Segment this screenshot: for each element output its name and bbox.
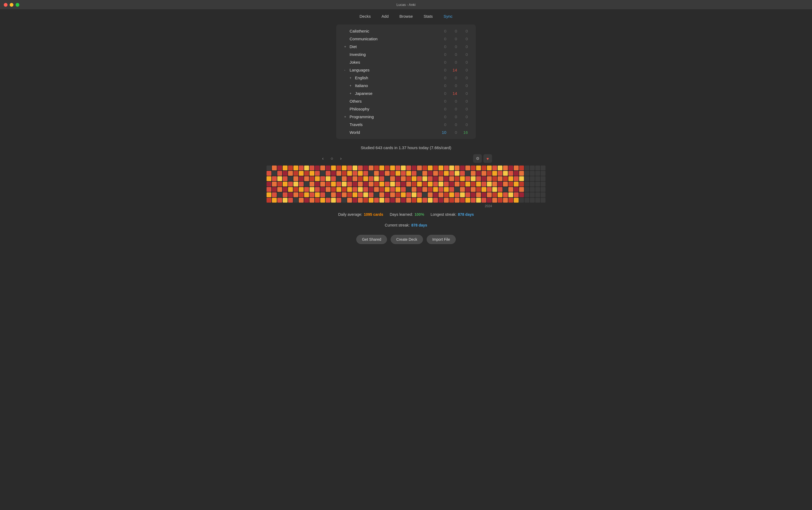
heatmap-cell[interactable] [304, 187, 309, 192]
heatmap-cell[interactable] [337, 187, 341, 192]
heatmap-cell[interactable] [482, 192, 486, 197]
heatmap-cell[interactable] [524, 176, 529, 181]
heatmap-cell[interactable] [315, 198, 320, 203]
heatmap-cell[interactable] [476, 182, 481, 187]
heatmap-cell[interactable] [352, 171, 357, 176]
heatmap-cell[interactable] [433, 176, 438, 181]
heatmap-cell[interactable] [444, 166, 449, 170]
heatmap-cell[interactable] [492, 182, 497, 187]
heatmap-cell[interactable] [455, 187, 460, 192]
heatmap-cell[interactable] [277, 182, 282, 187]
heatmap-cell[interactable] [530, 182, 535, 187]
heatmap-cell[interactable] [503, 198, 508, 203]
heatmap-cell[interactable] [385, 182, 389, 187]
heatmap-cell[interactable] [283, 182, 288, 187]
heatmap-cell[interactable] [277, 176, 282, 181]
heatmap-cell[interactable] [283, 192, 288, 197]
heatmap-cell[interactable] [514, 176, 519, 181]
heatmap-cell[interactable] [519, 182, 524, 187]
heatmap-cell[interactable] [299, 192, 303, 197]
heatmap-cell[interactable] [310, 171, 314, 176]
heatmap-cell[interactable] [266, 192, 271, 197]
heatmap-cell[interactable] [498, 171, 502, 176]
heatmap-cell[interactable] [342, 171, 347, 176]
heatmap-cell[interactable] [385, 171, 389, 176]
heatmap-cell[interactable] [498, 187, 502, 192]
heatmap-cell[interactable] [374, 176, 379, 181]
heatmap-cell[interactable] [541, 192, 546, 197]
heatmap-cell[interactable] [503, 176, 508, 181]
heatmap-cell[interactable] [535, 198, 540, 203]
heatmap-cell[interactable] [379, 182, 384, 187]
deck-row[interactable]: Philosophy 0 0 0 [336, 105, 476, 113]
heatmap-cell[interactable] [423, 176, 427, 181]
heatmap-filter-button[interactable]: ⚙ [473, 154, 482, 163]
heatmap-cell[interactable] [331, 192, 336, 197]
heatmap-next-button[interactable]: › [338, 155, 344, 162]
nav-decks[interactable]: Decks [355, 12, 376, 20]
heatmap-cell[interactable] [503, 187, 508, 192]
deck-row[interactable]: + English 0 0 0 [336, 74, 476, 82]
heatmap-cell[interactable] [423, 171, 427, 176]
get-shared-button[interactable]: Get Shared [356, 235, 387, 244]
heatmap-cell[interactable] [465, 176, 470, 181]
heatmap-cell[interactable] [374, 192, 379, 197]
heatmap-cell[interactable] [401, 198, 406, 203]
heatmap-cell[interactable] [396, 182, 400, 187]
heatmap-cell[interactable] [455, 182, 460, 187]
heatmap-cell[interactable] [476, 166, 481, 170]
heatmap-heart-button[interactable]: ♥ [483, 154, 492, 163]
heatmap-cell[interactable] [492, 171, 497, 176]
heatmap-cell[interactable] [401, 166, 406, 170]
heatmap-cell[interactable] [433, 182, 438, 187]
heatmap-cell[interactable] [498, 198, 502, 203]
heatmap-cell[interactable] [347, 192, 352, 197]
heatmap-today-button[interactable]: ○ [328, 155, 335, 162]
heatmap-cell[interactable] [385, 187, 389, 192]
heatmap-cell[interactable] [304, 192, 309, 197]
heatmap-cell[interactable] [509, 187, 513, 192]
heatmap-cell[interactable] [342, 166, 347, 170]
heatmap-cell[interactable] [320, 192, 325, 197]
heatmap-cell[interactable] [476, 171, 481, 176]
heatmap-cell[interactable] [288, 182, 293, 187]
heatmap-cell[interactable] [412, 176, 416, 181]
heatmap-cell[interactable] [326, 182, 330, 187]
heatmap-cell[interactable] [293, 176, 298, 181]
heatmap-cell[interactable] [379, 176, 384, 181]
heatmap-cell[interactable] [363, 182, 368, 187]
heatmap-cell[interactable] [352, 198, 357, 203]
heatmap-cell[interactable] [541, 176, 546, 181]
heatmap-cell[interactable] [541, 166, 546, 170]
heatmap-cell[interactable] [449, 187, 454, 192]
heatmap-cell[interactable] [406, 182, 411, 187]
heatmap-cell[interactable] [482, 198, 486, 203]
heatmap-cell[interactable] [412, 198, 416, 203]
heatmap-cell[interactable] [428, 176, 433, 181]
heatmap-cell[interactable] [363, 166, 368, 170]
heatmap-cell[interactable] [304, 182, 309, 187]
heatmap-cell[interactable] [524, 166, 529, 170]
heatmap-cell[interactable] [519, 166, 524, 170]
heatmap-cell[interactable] [379, 192, 384, 197]
heatmap-cell[interactable] [337, 176, 341, 181]
heatmap-cell[interactable] [390, 187, 395, 192]
heatmap-cell[interactable] [406, 171, 411, 176]
heatmap-cell[interactable] [487, 192, 492, 197]
heatmap-cell[interactable] [288, 166, 293, 170]
heatmap-cell[interactable] [503, 166, 508, 170]
heatmap-cell[interactable] [519, 192, 524, 197]
heatmap-cell[interactable] [352, 182, 357, 187]
heatmap-cell[interactable] [299, 171, 303, 176]
heatmap-cell[interactable] [293, 182, 298, 187]
heatmap-cell[interactable] [272, 176, 277, 181]
heatmap-cell[interactable] [315, 182, 320, 187]
heatmap-cell[interactable] [369, 192, 374, 197]
heatmap-cell[interactable] [401, 176, 406, 181]
heatmap-cell[interactable] [449, 171, 454, 176]
heatmap-cell[interactable] [277, 192, 282, 197]
heatmap-cell[interactable] [509, 176, 513, 181]
heatmap-cell[interactable] [444, 192, 449, 197]
heatmap-cell[interactable] [471, 198, 475, 203]
heatmap-cell[interactable] [315, 176, 320, 181]
